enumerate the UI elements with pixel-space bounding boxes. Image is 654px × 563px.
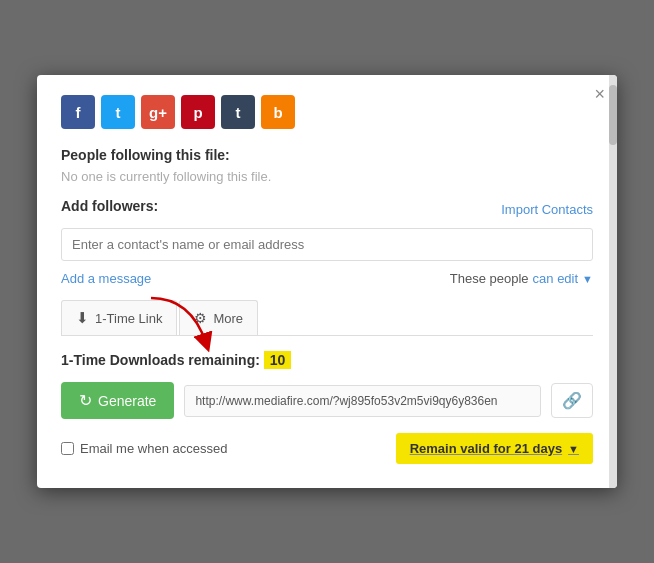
scrollbar-thumb[interactable] bbox=[609, 85, 617, 145]
add-message-link[interactable]: Add a message bbox=[61, 271, 151, 286]
modal-dialog: × f t g+ p t b People following this fil… bbox=[37, 75, 617, 488]
email-check-row: Email me when accessed Remain valid for … bbox=[61, 433, 593, 464]
chain-link-icon: 🔗 bbox=[562, 391, 582, 410]
email-check-left: Email me when accessed bbox=[61, 441, 227, 456]
remain-valid-button[interactable]: Remain valid for 21 days ▼ bbox=[396, 433, 593, 464]
generate-label: Generate bbox=[98, 393, 156, 409]
blogger-icon[interactable]: b bbox=[261, 95, 295, 129]
email-check-label: Email me when accessed bbox=[80, 441, 227, 456]
generate-row: ↻ Generate http://www.mediafire.com/?wj8… bbox=[61, 382, 593, 419]
can-edit-link[interactable]: can edit bbox=[533, 271, 579, 286]
remain-valid-label: Remain valid for 21 days bbox=[410, 441, 562, 456]
tabs-row: ⬇ 1-Time Link ⚙ More bbox=[61, 300, 593, 336]
downloads-count: 10 bbox=[264, 351, 292, 369]
can-edit-row: These people can edit ▼ bbox=[450, 271, 593, 286]
chevron-edit-icon: ▼ bbox=[582, 273, 593, 285]
copy-link-button[interactable]: 🔗 bbox=[551, 383, 593, 418]
gear-icon: ⚙ bbox=[194, 310, 207, 326]
downloads-remaining-row: 1-Time Downloads remaining: 10 bbox=[61, 352, 593, 368]
social-icons-row: f t g+ p t b bbox=[61, 95, 593, 129]
import-contacts-link[interactable]: Import Contacts bbox=[501, 202, 593, 217]
more-tab[interactable]: ⚙ More bbox=[179, 300, 258, 335]
no-followers-text: No one is currently following this file. bbox=[61, 169, 593, 184]
more-tab-label: More bbox=[213, 311, 243, 326]
generate-button[interactable]: ↻ Generate bbox=[61, 382, 174, 419]
close-button[interactable]: × bbox=[594, 85, 605, 103]
one-time-link-tab[interactable]: ⬇ 1-Time Link bbox=[61, 300, 177, 335]
facebook-icon[interactable]: f bbox=[61, 95, 95, 129]
add-followers-label: Add followers: bbox=[61, 198, 158, 214]
one-time-link-label: 1-Time Link bbox=[95, 311, 162, 326]
generated-url: http://www.mediafire.com/?wj895fo53v2m5v… bbox=[184, 385, 541, 417]
refresh-icon: ↻ bbox=[79, 391, 92, 410]
add-followers-row: Add followers: Import Contacts bbox=[61, 198, 593, 220]
twitter-icon[interactable]: t bbox=[101, 95, 135, 129]
remain-chevron-icon: ▼ bbox=[568, 443, 579, 455]
following-label: People following this file: bbox=[61, 147, 593, 163]
contact-input[interactable] bbox=[61, 228, 593, 261]
tumblr-icon[interactable]: t bbox=[221, 95, 255, 129]
downloads-label: 1-Time Downloads remaining: bbox=[61, 352, 260, 368]
pinterest-icon[interactable]: p bbox=[181, 95, 215, 129]
these-people-text: These people bbox=[450, 271, 529, 286]
google-plus-icon[interactable]: g+ bbox=[141, 95, 175, 129]
message-edit-row: Add a message These people can edit ▼ bbox=[61, 271, 593, 286]
download-icon: ⬇ bbox=[76, 309, 89, 327]
email-check-input[interactable] bbox=[61, 442, 74, 455]
scrollbar-track bbox=[609, 75, 617, 488]
